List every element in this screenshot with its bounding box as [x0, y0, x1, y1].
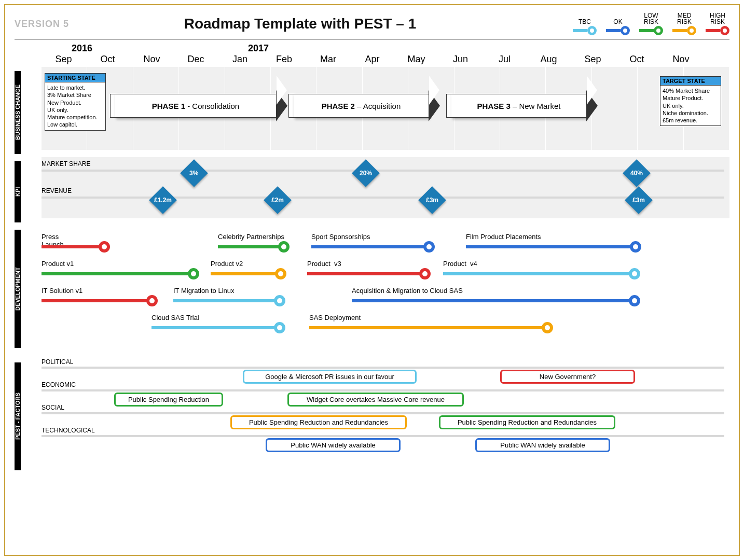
section-labels: BUSINESS CHANGE KPI DEVELOPMENT PEST - F…	[15, 71, 35, 478]
dev-task-bar	[218, 245, 284, 248]
month-Sep: Sep	[42, 54, 86, 65]
header: VERSION 5 Roadmap Template with PEST – 1…	[15, 10, 729, 40]
legend-high-risk: HIGH RISK	[706, 12, 729, 35]
dev-task-bar	[42, 299, 153, 302]
legend-swatch	[672, 26, 696, 35]
dev-task-bar	[42, 245, 105, 248]
dev-task-bar	[443, 272, 635, 275]
dev-task-bar	[307, 272, 425, 275]
legend-swatch	[606, 26, 630, 35]
legend-low-risk: LOW RISK	[639, 12, 663, 35]
task-end-ring	[146, 295, 158, 306]
section-pest: PEST - FACTORS	[15, 362, 21, 470]
legend-med-risk: MED RISK	[672, 12, 696, 35]
kpi-value: £3m	[426, 197, 438, 204]
month-Oct: Oct	[86, 54, 130, 65]
dev-row: Product v1Product v2Product v3Product v4	[42, 257, 729, 284]
month-Aug: Aug	[527, 54, 571, 65]
month-Jun: Jun	[438, 54, 483, 65]
dev-task-bar	[173, 299, 280, 302]
kpi-diamond: £1.2m	[149, 186, 177, 214]
kpi-block: MARKET SHARE3%20%40%REVENUE£1.2m£2m£3m£3…	[42, 157, 729, 218]
dev-task-bar	[151, 326, 280, 329]
pest-factor-box: Public WAN widely available	[266, 438, 401, 452]
dev-task-bar	[42, 272, 194, 275]
month-Sep: Sep	[571, 54, 615, 65]
month-Mar: Mar	[306, 54, 350, 65]
dev-task-label: Acquisition & Migration to Cloud SAS	[352, 287, 463, 295]
starting-state-body: Late to market. 3% Market Share New Prod…	[45, 82, 105, 130]
month-Apr: Apr	[350, 54, 394, 65]
kpi-diamond: 20%	[352, 159, 380, 187]
task-end-ring	[99, 241, 110, 253]
dev-task-label: SAS Deployment	[309, 314, 361, 321]
pest-row-technological: TECHNOLOGICALPublic WAN widely available…	[42, 427, 729, 450]
month-Jul: Jul	[483, 54, 527, 65]
starting-state-title: STARTING STATE	[45, 74, 105, 82]
dev-task-bar	[211, 272, 281, 275]
phase-1: PHASE 1 - Consolidation	[110, 94, 287, 118]
task-end-ring	[423, 241, 435, 253]
kpi-diamond: £3m	[418, 186, 446, 214]
roadmap-page: VERSION 5 Roadmap Template with PEST – 1…	[4, 4, 740, 556]
month-May: May	[394, 54, 438, 65]
pest-label: TECHNOLOGICAL	[42, 427, 95, 434]
starting-state-card: STARTING STATE Late to market. 3% Market…	[45, 73, 106, 131]
kpi-diamond: 40%	[623, 159, 651, 187]
dev-task-bar	[352, 299, 635, 302]
pest-block: POLITICALGoogle & Microsoft PR issues in…	[42, 358, 729, 466]
dev-task-label: Film Product Placements	[466, 233, 541, 241]
year-2017: 2017	[248, 43, 292, 54]
kpi-value: 40%	[630, 170, 643, 177]
kpi-diamond: 3%	[180, 159, 208, 187]
target-state-title: TARGET STATE	[660, 77, 721, 86]
kpi-value: £3m	[632, 197, 645, 204]
kpi-label: REVENUE	[42, 187, 72, 194]
section-development: DEVELOPMENT	[15, 230, 21, 348]
dev-task-label: Product v2	[211, 260, 243, 268]
pest-row-social: SOCIALPublic Spending Reduction and Redu…	[42, 404, 729, 427]
month-Nov: Nov	[659, 54, 703, 65]
task-end-ring	[629, 268, 640, 279]
section-kpi: KPI	[15, 161, 21, 222]
legend-label: TBC	[578, 19, 591, 25]
kpi-diamond: £3m	[625, 186, 653, 214]
legend-label: MED RISK	[677, 12, 692, 25]
dev-row: IT Solution v1IT Migration to LinuxAcqui…	[42, 284, 729, 311]
legend-ok: OK	[606, 19, 630, 35]
target-state-card: TARGET STATE 40% Market Share Mature Pro…	[660, 76, 721, 126]
task-end-ring	[274, 322, 285, 333]
task-end-ring	[542, 322, 553, 333]
year-2016: 2016	[72, 43, 116, 54]
kpi-value: £2m	[271, 197, 284, 204]
dev-task-label: Product v3	[307, 260, 341, 268]
month-Oct: Oct	[615, 54, 659, 65]
task-end-ring	[419, 268, 431, 279]
legend-tbc: TBC	[573, 19, 597, 35]
dev-task-label: Cloud SAS Trial	[151, 314, 199, 321]
month-Nov: Nov	[130, 54, 174, 65]
business-change-block: STARTING STATE Late to market. 3% Market…	[42, 67, 729, 150]
development-block: Press LaunchCelebrity PartnershipsSport …	[42, 226, 729, 344]
dev-task-bar	[311, 245, 430, 248]
pest-label: POLITICAL	[42, 358, 73, 366]
legend-swatch	[639, 26, 663, 35]
task-end-ring	[278, 241, 290, 253]
timeline-area: 2016 2017 SepOctNovDecJanFebMarAprMayJun…	[42, 43, 729, 478]
year-row: 2016 2017	[72, 43, 729, 54]
dev-task-label: Sport Sponsorships	[311, 233, 370, 241]
pest-factor-box: Public WAN widely available	[475, 438, 610, 452]
legend-label: HIGH RISK	[710, 12, 725, 25]
month-row: SepOctNovDecJanFebMarAprMayJunJulAugSepO…	[42, 54, 729, 65]
dev-task-label: IT Solution v1	[42, 287, 82, 295]
pest-label: SOCIAL	[42, 404, 64, 411]
legend-swatch	[706, 26, 729, 35]
dev-row: Cloud SAS TrialSAS Deployment	[42, 311, 729, 338]
body: BUSINESS CHANGE KPI DEVELOPMENT PEST - F…	[15, 43, 729, 478]
task-end-ring	[629, 295, 640, 306]
task-end-ring	[274, 295, 285, 306]
phase-2: PHASE 2 – Acquisition	[288, 94, 440, 118]
page-title: Roadmap Template with PEST – 1	[27, 16, 573, 32]
kpi-row-revenue: REVENUE£1.2m£2m£3m£3m	[42, 187, 729, 207]
pest-row-political: POLITICALGoogle & Microsoft PR issues in…	[42, 358, 729, 381]
